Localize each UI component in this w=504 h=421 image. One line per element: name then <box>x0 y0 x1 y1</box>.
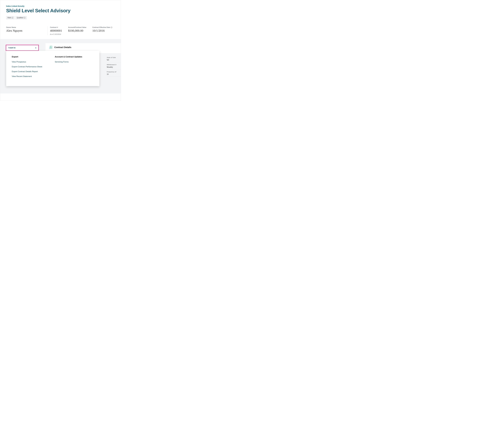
dropdown-panel: Export View Prospectus Export Contract P… <box>6 51 99 86</box>
svg-rect-5 <box>49 47 50 49</box>
i-want-to-dropdown: I want to Export View Prospectus Export … <box>6 45 38 50</box>
link-view-recent-statement[interactable]: View Recent Statement <box>12 75 51 77</box>
lower-section: Contract Details State of Sale WI Withdr… <box>0 39 121 94</box>
field-label: Frequency of <box>107 71 121 73</box>
contract-details-title: Contract Details <box>54 46 71 49</box>
summary-row: Owner Name Alex Nguyen Contract # 400000… <box>0 24 121 39</box>
effective-date-value: 10/1/2016 <box>92 29 115 32</box>
link-export-performance-sheet[interactable]: Export Contract Performance Sheet <box>12 65 51 68</box>
tag-qualified[interactable]: Qualified i <box>15 16 27 19</box>
product-title: Shield Level Select Advisory <box>6 8 115 13</box>
contract-asof: As of: 10/1/2016 <box>50 33 68 35</box>
caret-up-icon <box>35 47 36 48</box>
i-want-to-button[interactable]: I want to <box>6 45 38 50</box>
link-servicing-forms[interactable]: Servicing Forms <box>55 61 94 63</box>
info-icon[interactable]: i <box>111 27 112 28</box>
product-category: Index Linked Annuity <box>6 5 115 7</box>
dropdown-label: I want to <box>8 47 16 49</box>
effective-date-label: Contract Effective Date i <box>92 26 115 28</box>
tag-roth[interactable]: Roth i <box>6 16 15 19</box>
details-side-fields: State of Sale WI Withdrawal O Monthly Fr… <box>107 55 121 77</box>
owner-label: Owner Name <box>6 26 48 28</box>
field-value: 10 <box>107 73 121 75</box>
tag-label: Roth <box>8 17 11 19</box>
contract-value: 40000001 <box>50 29 68 32</box>
field-state-of-sale: State of Sale WI <box>107 55 121 62</box>
summary-contract: Contract # 40000001 As of: 10/1/2016 <box>50 26 68 35</box>
updates-heading: Account & Contract Updates <box>55 56 94 58</box>
field-label: Withdrawal O <box>107 64 121 65</box>
owner-value: Alex Nguyen <box>6 29 48 32</box>
summary-effective-date: Contract Effective Date i 10/1/2016 <box>92 26 115 35</box>
page-root: Index Linked Annuity Shield Level Select… <box>0 0 121 101</box>
contract-label: Contract # <box>50 26 68 28</box>
field-withdrawal: Withdrawal O Monthly <box>107 62 121 70</box>
field-value: Monthly <box>107 66 121 68</box>
link-export-details-report[interactable]: Export Contract Details Report <box>12 71 51 73</box>
field-value: WI <box>107 59 121 61</box>
summary-account-value: Account/Contract Value $100,000.00 <box>68 26 92 35</box>
effective-date-label-text: Contract Effective Date <box>92 26 110 28</box>
tag-label: Qualified <box>17 17 23 19</box>
tag-row: Roth i Qualified i <box>6 16 115 19</box>
contract-details-header: Contract Details <box>49 46 121 49</box>
panel-export-col: Export View Prospectus Export Contract P… <box>12 56 51 80</box>
summary-owner: Owner Name Alex Nguyen <box>6 26 48 35</box>
field-label: State of Sale <box>107 57 121 58</box>
document-icon <box>49 46 53 49</box>
link-view-prospectus[interactable]: View Prospectus <box>12 61 51 63</box>
field-frequency: Frequency of 10 <box>107 70 121 77</box>
panel-updates-col: Account & Contract Updates Servicing For… <box>55 56 94 80</box>
info-icon[interactable]: i <box>12 17 13 18</box>
header-area: Index Linked Annuity Shield Level Select… <box>0 0 121 24</box>
info-icon[interactable]: i <box>24 17 25 18</box>
account-value-label: Account/Contract Value <box>68 26 92 28</box>
export-heading: Export <box>12 56 51 58</box>
account-value: $100,000.00 <box>68 29 92 32</box>
